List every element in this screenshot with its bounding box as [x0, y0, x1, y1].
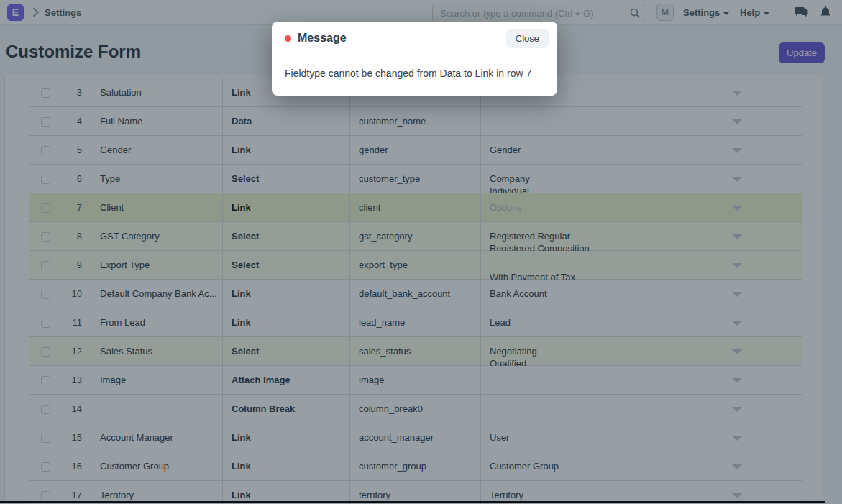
dialog-header: Message Close [272, 22, 557, 55]
close-button[interactable]: Close [506, 29, 549, 48]
message-dialog: Message Close Fieldtype cannot be change… [272, 22, 557, 96]
dialog-message: Fieldtype cannot be changed from Data to… [272, 55, 557, 96]
dialog-title: Message [298, 32, 347, 45]
red-indicator-icon [285, 35, 291, 42]
